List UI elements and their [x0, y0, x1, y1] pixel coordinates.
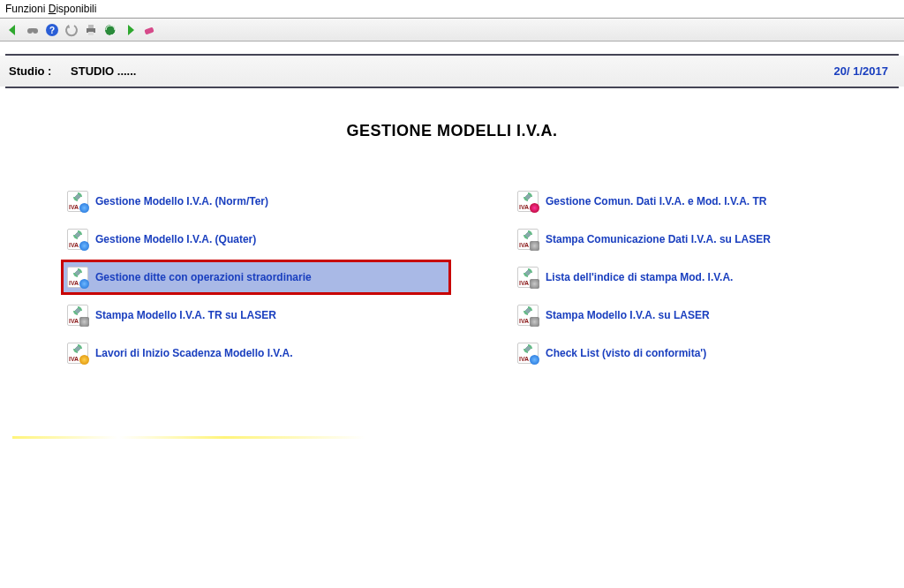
arrow-right-icon [123, 23, 137, 37]
document-iva-icon: IVA [67, 191, 88, 212]
menu-item-label: Gestione ditte con operazioni straordina… [95, 271, 312, 283]
title-suffix: isponibili [56, 3, 96, 15]
studio-label: Studio : [9, 64, 51, 78]
forward-button[interactable] [122, 22, 138, 38]
find-button[interactable] [25, 22, 41, 38]
document-iva-icon: IVA [517, 267, 539, 288]
menu-item[interactable]: IVALavori di Inizio Scadenza Modello I.V… [62, 336, 450, 370]
svg-rect-2 [31, 28, 34, 31]
menu-item[interactable]: IVAGestione Modello I.V.A. (Quater) [62, 222, 450, 256]
tools-badge-icon [530, 203, 539, 213]
blue-badge-icon [530, 355, 539, 365]
page-title: GESTIONE MODELLI I.V.A. [0, 122, 904, 140]
menu-area: IVAGestione Modello I.V.A. (Norm/Ter)IVA… [0, 185, 904, 374]
menu-item-label: Lavori di Inizio Scadenza Modello I.V.A. [95, 347, 293, 359]
blue-badge-icon [79, 203, 89, 213]
document-iva-icon: IVA [67, 267, 88, 288]
menu-item[interactable]: IVACheck List (visto di conformita') [512, 336, 892, 370]
print-badge-icon [79, 317, 89, 327]
menu-item-label: Gestione Modello I.V.A. (Quater) [95, 233, 256, 245]
print-badge-icon [530, 241, 539, 251]
blue-badge-icon [79, 279, 89, 289]
decorative-gradient [12, 436, 365, 439]
svg-rect-6 [88, 25, 94, 28]
menu-item[interactable]: IVAStampa Modello I.V.A. TR su LASER [62, 298, 450, 332]
window-titlebar: Funzioni Disponibili [0, 0, 904, 19]
title-prefix: Funzioni [5, 3, 49, 15]
orange-badge-icon [79, 355, 89, 365]
document-iva-icon: IVA [517, 191, 539, 212]
studio-value: STUDIO ...... [71, 64, 136, 78]
menu-item[interactable]: IVALista dell'indice di stampa Mod. I.V.… [512, 260, 892, 294]
document-iva-icon: IVA [67, 229, 88, 250]
help-button[interactable]: ? [44, 22, 60, 38]
menu-item-label: Check List (visto di conformita') [546, 347, 706, 359]
refresh-button[interactable] [102, 22, 118, 38]
info-row: Studio : STUDIO ...... 20/ 1/2017 [0, 56, 904, 87]
undo-icon [64, 23, 79, 37]
blue-badge-icon [79, 241, 89, 251]
menu-item[interactable]: IVAGestione Comun. Dati I.V.A. e Mod. I.… [512, 185, 892, 218]
studio-block: Studio : STUDIO ...... [9, 64, 136, 78]
back-button[interactable] [5, 22, 21, 38]
document-iva-icon: IVA [67, 305, 88, 326]
menu-item[interactable]: IVAStampa Comunicazione Dati I.V.A. su L… [512, 222, 892, 256]
svg-rect-7 [88, 32, 94, 35]
document-iva-icon: IVA [67, 343, 88, 364]
delete-button[interactable] [141, 22, 157, 38]
print-badge-icon [530, 317, 539, 327]
menu-item[interactable]: IVAGestione Modello I.V.A. (Norm/Ter) [62, 185, 450, 218]
divider-under [5, 87, 899, 88]
svg-rect-9 [144, 26, 154, 34]
globe-refresh-icon [103, 23, 117, 37]
print-button[interactable] [83, 22, 99, 38]
menu-column-right: IVAGestione Comun. Dati I.V.A. e Mod. I.… [512, 185, 892, 374]
date-value: 20/ 1/2017 [834, 64, 888, 78]
menu-item-label: Stampa Modello I.V.A. TR su LASER [95, 309, 276, 321]
undo-button[interactable] [64, 22, 79, 38]
menu-column-left: IVAGestione Modello I.V.A. (Norm/Ter)IVA… [62, 185, 450, 374]
arrow-left-icon [6, 23, 20, 37]
document-iva-icon: IVA [517, 229, 539, 250]
printer-icon [84, 23, 98, 37]
eraser-icon [142, 23, 156, 37]
menu-item[interactable]: IVAStampa Modello I.V.A. su LASER [512, 298, 892, 332]
menu-item-label: Stampa Comunicazione Dati I.V.A. su LASE… [546, 233, 771, 245]
binoculars-icon [26, 23, 40, 37]
svg-text:?: ? [49, 26, 55, 35]
menu-item-label: Stampa Modello I.V.A. su LASER [546, 309, 710, 321]
menu-item-label: Gestione Comun. Dati I.V.A. e Mod. I.V.A… [546, 195, 766, 207]
document-iva-icon: IVA [517, 343, 539, 364]
toolbar: ? [0, 19, 904, 41]
menu-item-label: Gestione Modello I.V.A. (Norm/Ter) [95, 195, 268, 207]
menu-item[interactable]: IVAGestione ditte con operazioni straord… [62, 260, 450, 294]
menu-item-label: Lista dell'indice di stampa Mod. I.V.A. [546, 271, 733, 283]
document-iva-icon: IVA [517, 305, 539, 326]
help-icon: ? [45, 23, 59, 37]
print-badge-icon [530, 279, 539, 289]
